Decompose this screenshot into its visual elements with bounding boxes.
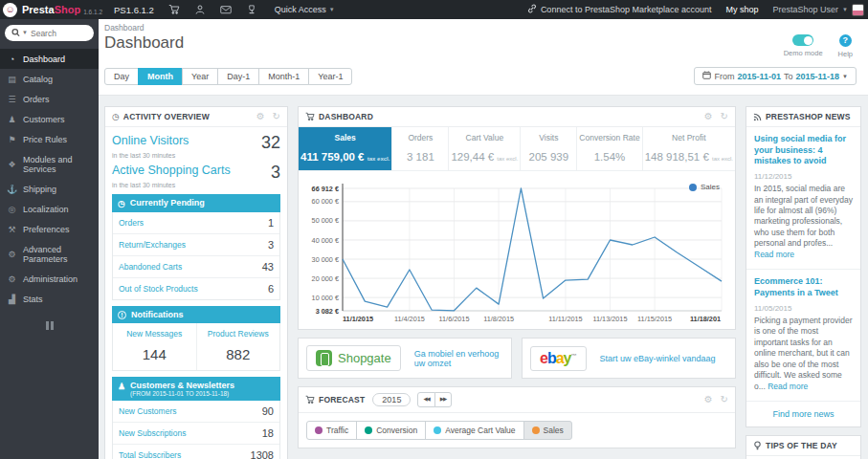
read-more-link[interactable]: Read more [768,382,808,391]
news-items: Using social media for your business: 4 … [746,127,860,402]
sidebar-item-customers[interactable]: ♟Customers [0,109,99,129]
row-label[interactable]: Return/Exchanges [119,240,186,250]
panel-settings-icon[interactable]: ⚙ [256,112,265,121]
sidebar-item-orders[interactable]: ☰Orders [0,89,99,109]
sidebar-item-stats[interactable]: ▟Stats [0,289,99,309]
news-title[interactable]: Ecommerce 101: Payments in a Tweet [754,276,853,298]
sidebar-item-price-rules[interactable]: ⚑Price Rules [0,129,99,149]
panel-settings-icon[interactable]: ⚙ [704,395,713,404]
sidebar-item-administration[interactable]: ⚙Administration [0,269,99,289]
collapse-sidebar-button[interactable] [0,321,99,330]
user-menu[interactable]: PrestaShop User ▼ [773,4,865,16]
page-title: Dashboard [104,33,184,53]
prestashop-logo[interactable]: ☺ [3,3,17,17]
activity-cell-product-reviews[interactable]: Product Reviews882 [196,323,280,370]
range-button-year-1[interactable]: Year-1 [308,68,352,85]
sidebar-item-localization[interactable]: ◎Localization [0,199,99,219]
sidebar-item-advanced-parameters[interactable]: ⚙Advanced Parameters [0,239,99,269]
row-label[interactable]: New Subscriptions [119,428,186,438]
sidebar-item-modules-and-services[interactable]: ❖Modules and Services [0,149,99,179]
module-ad-shopgate: ShopgateGa mobiel en verhoog uw omzet [298,338,512,379]
kpi-tile-sales[interactable]: Sales411 759,00 € tax excl. [299,127,392,170]
sales-chart: 66 912 €60 000 €50 000 €40 000 €30 000 €… [299,171,735,329]
sidebar-item-dashboard[interactable]: ◔Dashboard [0,49,99,69]
kpi-suffix: tax excl. [497,156,518,162]
panel-settings-icon[interactable]: ⚙ [704,112,713,121]
range-button-month[interactable]: Month [138,68,183,85]
brand-wordmark[interactable]: PrestaShop [22,4,80,15]
news-title[interactable]: Using social media for your business: 4 … [754,134,853,167]
sales-line-chart: 66 912 €60 000 €50 000 €40 000 €30 000 €… [304,177,729,325]
sidebar-item-label: Catalog [23,75,53,84]
next-year-button[interactable]: ▶▶ [434,392,452,407]
kpi-tile-conversion-rate[interactable]: Conversion Rate1.54% [577,127,642,170]
stat-label[interactable]: Active Shopping Carts [112,164,231,177]
gear-icon: ⚙ [7,274,17,284]
range-button-day-1[interactable]: Day-1 [217,68,259,85]
row-label[interactable]: Total Subscribers [119,450,181,459]
sidebar-item-preferences[interactable]: ⚒Preferences [0,219,99,239]
sidebar-item-catalog[interactable]: ▤Catalog [0,69,99,89]
forecast-series-average-cart-value[interactable]: Average Cart Value [425,421,523,440]
activity-row-return-exchanges: Return/Exchanges3 [113,234,279,256]
calendar-icon [702,71,711,81]
kpi-tile-orders[interactable]: Orders3 181 [392,127,449,170]
section-header: !Notifications [112,306,280,323]
envelope-icon[interactable] [220,4,232,15]
module-ad-link[interactable]: Ga mobiel en verhoog uw omzet [414,349,503,368]
sidebar-item-label: Advanced Parameters [23,245,92,264]
forecast-series-sales[interactable]: Sales [523,421,572,440]
brand-version: 1.6.1.2 [83,9,102,15]
forecast-series-traffic[interactable]: Traffic [306,421,357,440]
forecast-series-conversion[interactable]: Conversion [356,421,426,440]
find-more-news-link[interactable]: Find more news [746,402,860,426]
range-button-day[interactable]: Day [104,68,139,85]
stat-label[interactable]: Online Visitors [112,134,189,147]
user-avatar [852,4,864,16]
activity-row-new-customers: New Customers90 [113,401,279,423]
panel-refresh-icon[interactable]: ↻ [273,112,280,121]
forecast-year[interactable]: 2015 [372,393,411,406]
module-ad-link[interactable]: Start uw eBay-winkel vandaag [600,354,716,363]
sidebar-item-shipping[interactable]: ⚓Shipping [0,179,99,199]
cart-icon[interactable] [168,4,180,15]
row-label[interactable]: Abandoned Carts [119,262,182,272]
help-icon[interactable]: ? [839,34,852,47]
date-range-picker[interactable]: From2015-11-01 To2015-11-18 ▼ [694,67,857,85]
panel-refresh-icon[interactable]: ↻ [721,112,728,121]
row-label[interactable]: Out of Stock Products [119,284,198,294]
page-header: Dashboard Dashboard Demo mode ? Help Day… [99,19,868,96]
activity-cell-new-messages[interactable]: New Messages144 [113,323,196,370]
row-label[interactable]: Orders [119,218,144,228]
quick-access-menu[interactable]: Quick Access▼ [275,5,335,14]
chart-legend[interactable]: Sales [689,183,720,191]
previous-year-button[interactable]: ◀◀ [417,392,434,407]
svg-text:50 000 €: 50 000 € [312,216,339,225]
marketplace-link[interactable]: Connect to PrestaShop Marketplace accoun… [527,4,712,15]
link-icon [527,4,537,15]
kpi-tile-cart-value[interactable]: Cart Value129,44 € tax excl. [449,127,521,170]
breadcrumb[interactable]: Dashboard [104,23,858,33]
panel-title: DASHBOARD [319,112,373,121]
range-button-month-1[interactable]: Month-1 [258,68,309,85]
kpi-tile-visits[interactable]: Visits205 939 [521,127,577,170]
stat-subtitle: in the last 30 minutes [112,152,280,159]
kpi-tile-net-profit[interactable]: Net Profit148 918,51 € tax excl. [643,127,735,170]
svg-text:11/4/2015: 11/4/2015 [394,315,425,323]
svg-text:11/8/2015: 11/8/2015 [483,315,514,323]
demo-mode-toggle[interactable] [792,34,813,46]
range-button-year[interactable]: Year [182,68,218,85]
row-label[interactable]: New Customers [119,406,176,416]
read-more-link[interactable]: Read more [754,250,794,259]
svg-text:11/18/201: 11/18/201 [690,315,721,323]
person-icon[interactable] [194,4,206,15]
cart-icon [305,395,315,404]
trophy-icon[interactable] [246,4,257,15]
activity-stat: Online Visitors32in the last 30 minutes [112,134,280,159]
section-title: Notifications [131,310,184,319]
panel-refresh-icon[interactable]: ↻ [721,395,728,404]
series-dot [434,426,441,434]
my-shop-link[interactable]: My shop [725,5,758,14]
search-icon[interactable]: ▼ [11,28,28,37]
tips-of-the-day-panel: TIPS OF THE DAY ingenico Payment service… [746,435,861,459]
